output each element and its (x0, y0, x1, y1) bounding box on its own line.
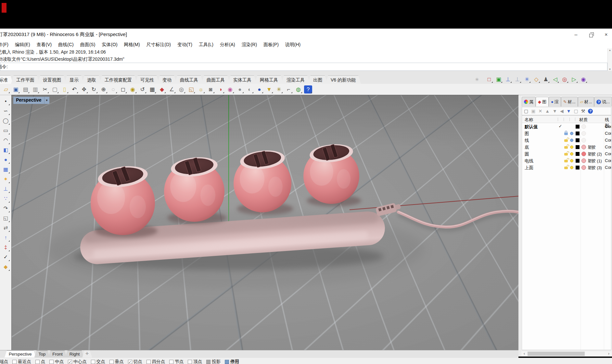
cone-left-button[interactable]: ◁ (551, 75, 559, 83)
checkbox[interactable] (188, 360, 192, 364)
viewport-layout-button[interactable]: ▦ (148, 85, 156, 94)
toolbar-tab[interactable]: 出图 (308, 75, 327, 84)
toolbar-tab[interactable]: 曲线工具 (175, 75, 203, 84)
osnap-toggle[interactable]: 交点 (91, 359, 105, 364)
command-input[interactable]: 指令: (0, 63, 607, 71)
toolbar-tab[interactable]: 显示 (64, 75, 84, 84)
sheet-button[interactable]: ▢ (574, 108, 578, 114)
osnap-toggle[interactable]: 停用 (225, 359, 239, 364)
center-snap-button[interactable]: ◎ (177, 85, 185, 94)
menu-item[interactable]: 变动(T) (174, 41, 196, 49)
transform-tool[interactable]: ⇄ (1, 224, 10, 232)
zoom-dynamic-button[interactable]: ◌ (109, 85, 117, 94)
viewport-tab[interactable]: Top (34, 350, 50, 358)
cut-button[interactable]: ✂ (41, 85, 49, 94)
osnap-toggle[interactable]: 节点 (169, 359, 184, 364)
layer-color-swatch[interactable] (576, 138, 580, 142)
osnap-toggle[interactable]: ✓ 切点 (128, 359, 142, 364)
gear-icon[interactable]: ✳ (475, 77, 479, 82)
magnify-purple-button[interactable]: ◉ (580, 75, 587, 83)
mesh-tool[interactable]: ▦ (1, 165, 10, 174)
menu-item[interactable]: 查看(V) (33, 41, 55, 49)
solid-box-button[interactable]: ▣ (495, 75, 503, 83)
selection-filter-button[interactable]: ▼ (265, 85, 273, 94)
toolbar-tab[interactable]: 网格工具 (255, 75, 283, 84)
toolbar-tab[interactable]: 变动 (157, 75, 177, 84)
bulb-icon[interactable] (570, 152, 573, 156)
toolbar-tab[interactable]: V6 的新功能 (325, 75, 361, 84)
material-icon[interactable] (581, 145, 586, 149)
scrollbar-thumb[interactable] (528, 352, 585, 356)
render-preview-2-button[interactable]: ◐ (246, 85, 254, 94)
layer-color-swatch[interactable] (576, 159, 580, 163)
layer-color-swatch[interactable] (576, 125, 580, 129)
layer-row[interactable]: 上面 塑胶 (3) Continuous (522, 164, 611, 171)
material-icon[interactable] (581, 165, 586, 170)
lock-icon[interactable] (564, 139, 568, 142)
open-file-button[interactable]: ▱ (2, 85, 10, 94)
lock-icon[interactable] (564, 146, 568, 149)
move-left-button[interactable]: ◀ (560, 108, 564, 114)
layer-row[interactable]: 图 Continuous (522, 130, 611, 137)
panel-tab[interactable]: ? 说... (594, 97, 612, 107)
osnap-toggle[interactable]: 顶点 (188, 359, 202, 364)
toolbar-tab[interactable]: 渲染工具 (281, 75, 310, 84)
zoom-in-button[interactable]: ⊕ (99, 85, 108, 94)
solid-sphere-tool[interactable]: ● (1, 156, 10, 164)
what-is-button[interactable]: ☼ (197, 85, 205, 94)
toolbar-tab[interactable]: 工作视窗配置 (99, 75, 137, 84)
osnap-toggle[interactable]: 投影 (206, 359, 221, 364)
panel-horizontal-scrollbar[interactable]: ‹ › (522, 351, 611, 356)
stamp-button[interactable]: ⊥ (504, 75, 512, 83)
curve-tool[interactable]: ∽ (1, 107, 10, 115)
menu-item[interactable]: 编辑(E) (12, 41, 33, 49)
menu-item[interactable]: 曲面(S) (77, 41, 99, 49)
extrude-surface-tool[interactable]: ↑ (1, 233, 10, 242)
render-preview-button[interactable]: ● (236, 85, 244, 94)
checkbox[interactable] (109, 360, 114, 364)
bulb-icon[interactable] (570, 132, 573, 135)
lock-icon[interactable] (564, 160, 568, 162)
osnap-toggle[interactable]: 端点 (0, 359, 8, 364)
layer-help-button[interactable]: ? (588, 109, 593, 114)
bulb-icon[interactable] (570, 159, 573, 162)
osnap-toggle[interactable]: ✓ 中心点 (68, 359, 87, 364)
zoom-selected-button[interactable]: ◉ (129, 85, 137, 94)
osnap-toggle[interactable]: 垂点 (109, 359, 124, 364)
lock-objects-button[interactable]: ◙ (207, 85, 215, 94)
measure-button[interactable]: ∠ (168, 85, 176, 94)
lock-icon[interactable] (564, 153, 568, 156)
move-up-button[interactable]: ▲ (545, 108, 550, 114)
scroll-left-icon[interactable]: ‹ (522, 351, 527, 356)
menu-item[interactable]: 工具(L) (196, 41, 217, 49)
viewport-tab[interactable]: Perspective (5, 350, 36, 358)
menu-item[interactable]: 实体(O) (98, 41, 121, 49)
checkbox[interactable] (91, 360, 95, 364)
copy-button[interactable]: ▢ (51, 85, 59, 94)
layer-color-swatch[interactable] (576, 166, 580, 169)
point-tool[interactable]: • (1, 97, 10, 106)
checkbox[interactable] (206, 360, 210, 364)
material-icon[interactable] (581, 131, 586, 136)
raytrace-button[interactable]: ● (255, 85, 263, 94)
checkbox[interactable]: ✓ (68, 360, 72, 364)
close-button[interactable]: × (601, 31, 612, 39)
new-layer-button[interactable]: ▢ (524, 108, 528, 114)
copy-screen-button[interactable]: ▥ (31, 85, 39, 94)
layer-color-swatch[interactable] (576, 145, 580, 149)
toolbar-tab[interactable]: 可见性 (135, 75, 159, 84)
panel-tab[interactable]: 属 (522, 97, 536, 107)
osnap-toggle[interactable]: 最近点 (12, 359, 31, 364)
osnap-toggle[interactable]: 四分点 (147, 359, 165, 364)
gumball-button[interactable]: ◱ (187, 85, 195, 94)
named-view-button[interactable]: ◆ (158, 85, 166, 94)
blend-curve-tool[interactable]: ↷ (1, 204, 10, 213)
checkbox[interactable] (35, 360, 40, 364)
menu-item[interactable]: 说明(H) (282, 41, 304, 49)
gears-button[interactable]: ✳ (523, 75, 531, 83)
bulb-icon[interactable] (570, 139, 573, 142)
panel-tab[interactable]: ● 渲 (549, 97, 561, 107)
options-button[interactable]: ✳ (275, 85, 283, 94)
toolbar-tab[interactable]: 标准 (0, 75, 13, 84)
surface-tool[interactable]: ◧ (1, 146, 10, 154)
